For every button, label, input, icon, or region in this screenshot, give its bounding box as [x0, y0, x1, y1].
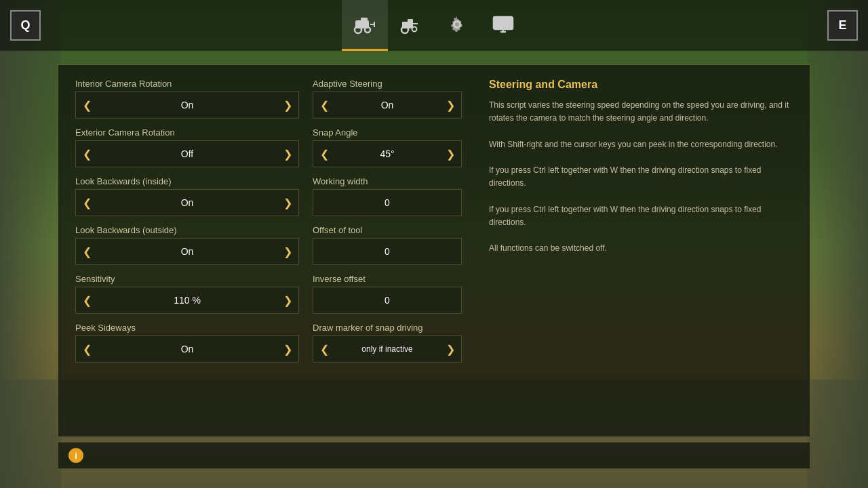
interior-camera-rotation-next[interactable]: ❯: [277, 92, 298, 118]
settings-description: Steering and Camera This script varies t…: [475, 79, 793, 423]
settings-panel: Interior Camera Rotation ❮ On ❯ Exterior…: [58, 64, 810, 437]
sensitivity-next[interactable]: ❯: [277, 287, 298, 313]
e-button[interactable]: E: [827, 10, 858, 41]
draw-marker-value: only if inactive: [335, 336, 439, 362]
tab-monitor[interactable]: [480, 0, 526, 51]
tab-settings[interactable]: [434, 0, 480, 51]
snap-angle-label: Snap Angle: [313, 127, 462, 138]
draw-marker-next[interactable]: ❯: [439, 336, 461, 362]
interior-camera-rotation-label: Interior Camera Rotation: [75, 79, 299, 89]
exterior-camera-rotation-label: Exterior Camera Rotation: [75, 127, 299, 138]
cockpit-right: [807, 0, 868, 488]
look-backwards-inside-value: On: [98, 190, 277, 216]
top-nav: Q: [0, 0, 868, 51]
inverse-offset-label: Inverse offset: [313, 274, 462, 284]
bottom-bar: i: [58, 442, 810, 469]
tab-vehicle[interactable]: [342, 0, 388, 51]
inverse-offset-value: 0: [313, 287, 462, 314]
settings-main: Interior Camera Rotation ❮ On ❯ Exterior…: [75, 79, 793, 423]
setting-look-backwards-outside: Look Backwards (outside) ❮ On ❯: [75, 225, 299, 265]
setting-peek-sideways: Peek Sideways ❮ On ❯: [75, 323, 299, 363]
adaptive-steering-value: On: [335, 92, 439, 118]
interior-camera-rotation-value: On: [98, 92, 277, 118]
settings-right-column: Adaptive Steering ❮ On ❯ Snap Angle ❮ 45…: [313, 79, 462, 423]
setting-exterior-camera-rotation: Exterior Camera Rotation ❮ Off ❯: [75, 127, 299, 167]
draw-marker-label: Draw marker of snap driving: [313, 323, 462, 333]
tab-tractor[interactable]: [388, 0, 434, 51]
setting-look-backwards-inside: Look Backwards (inside) ❮ On ❯: [75, 176, 299, 216]
setting-snap-angle: Snap Angle ❮ 45° ❯: [313, 127, 462, 167]
sensitivity-prev[interactable]: ❮: [76, 287, 98, 313]
look-backwards-outside-next[interactable]: ❯: [277, 239, 298, 264]
exterior-camera-rotation-value: Off: [98, 141, 277, 167]
look-backwards-outside-control: ❮ On ❯: [75, 238, 299, 265]
svg-point-2: [365, 27, 370, 33]
snap-angle-next[interactable]: ❯: [439, 141, 461, 167]
snap-angle-prev[interactable]: ❮: [313, 141, 335, 167]
setting-offset-of-tool: Offset of tool 0: [313, 225, 462, 265]
setting-adaptive-steering: Adaptive Steering ❮ On ❯: [313, 79, 462, 119]
adaptive-steering-next[interactable]: ❯: [439, 92, 461, 118]
svg-point-8: [412, 27, 417, 32]
peek-sideways-next[interactable]: ❯: [277, 336, 298, 362]
look-backwards-inside-control: ❮ On ❯: [75, 189, 299, 216]
setting-working-width: Working width 0: [313, 176, 462, 216]
settings-left-column: Interior Camera Rotation ❮ On ❯ Exterior…: [75, 79, 299, 423]
adaptive-steering-prev[interactable]: ❮: [313, 92, 335, 118]
look-backwards-inside-next[interactable]: ❯: [277, 190, 298, 216]
nav-tabs: [342, 0, 526, 51]
description-title: Steering and Camera: [489, 79, 793, 91]
setting-sensitivity: Sensitivity ❮ 110 % ❯: [75, 274, 299, 314]
look-backwards-inside-label: Look Backwards (inside): [75, 176, 299, 186]
snap-angle-value: 45°: [335, 141, 439, 167]
peek-sideways-prev[interactable]: ❮: [76, 336, 98, 362]
exterior-camera-rotation-control: ❮ Off ❯: [75, 140, 299, 167]
sensitivity-control: ❮ 110 % ❯: [75, 287, 299, 314]
offset-of-tool-value: 0: [313, 238, 462, 265]
sensitivity-value: 110 %: [98, 287, 277, 313]
svg-rect-9: [408, 19, 413, 23]
look-backwards-inside-prev[interactable]: ❮: [76, 190, 98, 216]
setting-interior-camera-rotation: Interior Camera Rotation ❮ On ❯: [75, 79, 299, 119]
draw-marker-prev[interactable]: ❮: [313, 336, 335, 362]
q-button[interactable]: Q: [10, 10, 41, 41]
peek-sideways-label: Peek Sideways: [75, 323, 299, 333]
setting-inverse-offset: Inverse offset 0: [313, 274, 462, 314]
cockpit-left: [0, 0, 61, 488]
snap-angle-control: ❮ 45° ❯: [313, 140, 462, 167]
draw-marker-control: ❮ only if inactive ❯: [313, 336, 462, 363]
interior-camera-rotation-control: ❮ On ❯: [75, 92, 299, 119]
working-width-label: Working width: [313, 176, 462, 186]
description-text: This script varies the steering speed de…: [489, 99, 793, 255]
svg-rect-11: [494, 17, 513, 29]
look-backwards-outside-value: On: [98, 239, 277, 264]
look-backwards-outside-label: Look Backwards (outside): [75, 225, 299, 235]
info-icon: i: [68, 448, 83, 463]
peek-sideways-value: On: [98, 336, 277, 362]
offset-of-tool-label: Offset of tool: [313, 225, 462, 235]
setting-draw-marker: Draw marker of snap driving ❮ only if in…: [313, 323, 462, 363]
interior-camera-rotation-prev[interactable]: ❮: [76, 92, 98, 118]
adaptive-steering-control: ❮ On ❯: [313, 92, 462, 119]
look-backwards-outside-prev[interactable]: ❮: [76, 239, 98, 264]
adaptive-steering-label: Adaptive Steering: [313, 79, 462, 89]
sensitivity-label: Sensitivity: [75, 274, 299, 284]
peek-sideways-control: ❮ On ❯: [75, 336, 299, 363]
svg-rect-3: [361, 18, 368, 22]
exterior-camera-rotation-next[interactable]: ❯: [277, 141, 298, 167]
exterior-camera-rotation-prev[interactable]: ❮: [76, 141, 98, 167]
working-width-value: 0: [313, 189, 462, 216]
